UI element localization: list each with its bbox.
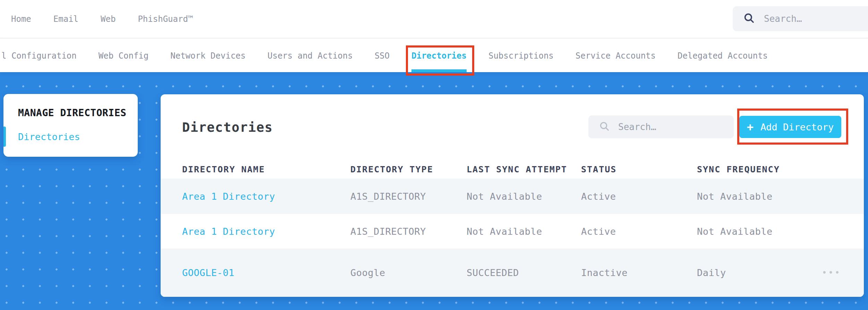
plus-icon: +	[747, 121, 754, 132]
settings-sub-nav: l Configuration Web Config Network Devic…	[0, 39, 868, 72]
column-header-directory-type: DIRECTORY TYPE	[350, 164, 467, 174]
last-sync-cell: SUCCEEDED	[467, 267, 581, 278]
sidebar-item-directories[interactable]: Directories	[18, 131, 80, 142]
status-cell: Active	[581, 226, 697, 237]
table-header-row: DIRECTORY NAME DIRECTORY TYPE LAST SYNC …	[161, 162, 864, 176]
last-sync-cell: Not Available	[467, 226, 581, 237]
add-directory-button-label: Add Directory	[760, 122, 834, 132]
top-nav-email[interactable]: Email	[53, 14, 78, 24]
sub-nav-subscriptions[interactable]: Subscriptions	[488, 39, 554, 72]
manage-directories-panel: MANAGE DIRECTORIES Directories	[3, 94, 138, 157]
directories-card: Directories + Add Directory DIRECTORY NA…	[161, 94, 864, 297]
global-search-box[interactable]	[733, 6, 868, 31]
directory-name-link[interactable]: Area 1 Directory	[182, 226, 350, 237]
sub-nav-network-devices[interactable]: Network Devices	[170, 39, 246, 72]
directories-search-input[interactable]	[618, 122, 727, 132]
table-row: Area 1 Directory A1S_DIRECTORY Not Avail…	[161, 214, 864, 249]
sync-frequency-cell: Not Available	[697, 191, 820, 202]
sub-nav-web-config[interactable]: Web Config	[99, 39, 149, 72]
directory-name-link[interactable]: Area 1 Directory	[182, 191, 350, 202]
global-search-input[interactable]	[764, 14, 868, 24]
directory-name-link[interactable]: GOOGLE-01	[182, 267, 350, 278]
directory-type-cell: A1S_DIRECTORY	[350, 191, 467, 202]
sub-nav-delegated-accounts[interactable]: Delegated Accounts	[678, 39, 768, 72]
sub-nav-sso[interactable]: SSO	[375, 39, 390, 72]
page-background: MANAGE DIRECTORIES Directories Directori…	[0, 72, 868, 310]
status-cell: Active	[581, 191, 697, 202]
app-window: Home Email Web PhishGuard™ l Configurati…	[0, 0, 868, 310]
sub-nav-directories[interactable]: Directories	[411, 39, 467, 72]
column-header-directory-name: DIRECTORY NAME	[182, 164, 350, 174]
table-row: GOOGLE-01 Google SUCCEEDED Inactive Dail…	[161, 249, 864, 297]
top-nav-web[interactable]: Web	[101, 14, 116, 24]
add-directory-button[interactable]: + Add Directory	[739, 116, 841, 138]
directories-search-box[interactable]	[588, 115, 734, 138]
page-title: Directories	[182, 120, 273, 135]
column-header-last-sync-attempt: LAST SYNC ATTEMPT	[467, 164, 581, 174]
status-cell: Inactive	[581, 267, 697, 278]
column-header-status: STATUS	[581, 164, 697, 174]
sync-frequency-cell: Not Available	[697, 226, 820, 237]
sub-nav-email-configuration[interactable]: l Configuration	[1, 39, 77, 72]
sidebar-active-indicator	[3, 127, 6, 147]
top-nav: Home Email Web PhishGuard™	[0, 0, 868, 38]
sync-frequency-cell: Daily	[697, 267, 820, 278]
sidebar-panel-title: MANAGE DIRECTORIES	[18, 107, 126, 119]
directory-type-cell: A1S_DIRECTORY	[350, 226, 467, 237]
column-header-sync-frequency: SYNC FREQUENCY	[697, 164, 820, 174]
sub-nav-users-and-actions[interactable]: Users and Actions	[267, 39, 353, 72]
directory-type-cell: Google	[350, 267, 467, 278]
top-nav-home[interactable]: Home	[11, 14, 31, 24]
top-nav-phishguard[interactable]: PhishGuard™	[138, 14, 193, 24]
search-icon	[599, 121, 610, 133]
table-row: Area 1 Directory A1S_DIRECTORY Not Avail…	[161, 179, 864, 214]
search-icon	[743, 12, 755, 25]
last-sync-cell: Not Available	[467, 191, 581, 202]
row-actions-menu-icon[interactable]: •••	[820, 268, 842, 278]
sub-nav-service-accounts[interactable]: Service Accounts	[576, 39, 656, 72]
